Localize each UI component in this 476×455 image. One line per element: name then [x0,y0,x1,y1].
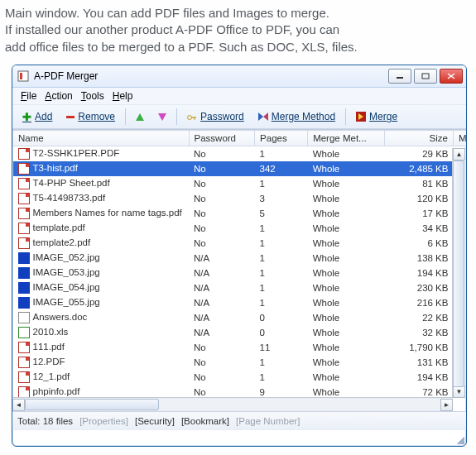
description-text: Main window. You can add PDF files and I… [0,0,476,64]
description-line: add office files to be merged to a PDF. … [5,39,471,55]
description-line: Main window. You can add PDF files and I… [5,5,471,22]
description-line: If installed our another product A-PDF O… [5,22,471,38]
